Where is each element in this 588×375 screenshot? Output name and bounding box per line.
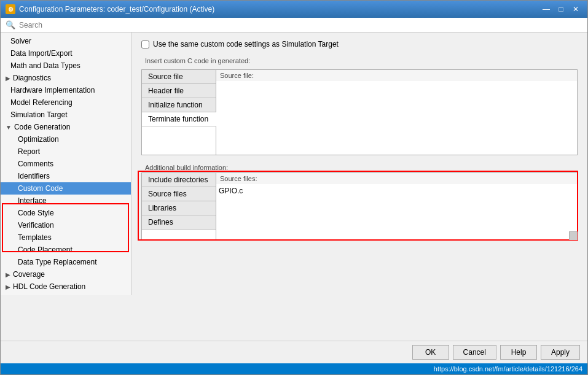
- tab-terminate-function[interactable]: Terminate function: [142, 112, 216, 126]
- checkbox-row: Use the same custom code settings as Sim…: [141, 40, 578, 48]
- sidebar-item-verification[interactable]: Verification: [1, 219, 131, 231]
- build-editor: Source files: GPIO.c: [216, 173, 577, 239]
- build-group-label: Additional build information:: [141, 161, 578, 172]
- title-bar: ⚙ Configuration Parameters: coder_test/C…: [1, 1, 587, 18]
- tab-source-file[interactable]: Source file: [142, 70, 216, 84]
- diagnostics-arrow: ▶: [6, 75, 10, 82]
- sidebar-item-hdl-code-generation[interactable]: ▶ HDL Code Generation: [1, 280, 131, 293]
- sidebar-item-report[interactable]: Report: [1, 145, 131, 158]
- search-bar: 🔍: [1, 18, 587, 33]
- sidebar-item-code-placement[interactable]: Code Placement: [1, 244, 131, 256]
- sidebar-item-simulation-target[interactable]: Simulation Target: [1, 109, 131, 121]
- sidebar-item-optimization[interactable]: Optimization: [1, 133, 131, 145]
- tab-defines[interactable]: Defines: [142, 215, 216, 230]
- sidebar-item-data-type-replacement[interactable]: Data Type Replacement: [1, 256, 131, 268]
- sidebar-item-math-data-types[interactable]: Math and Data Types: [1, 60, 131, 72]
- sidebar-item-code-style[interactable]: Code Style: [1, 207, 131, 219]
- main-content: Solver Data Import/Export Math and Data …: [1, 33, 587, 341]
- sidebar-item-code-generation[interactable]: ▼ Code Generation: [1, 121, 131, 133]
- same-settings-label: Use the same custom code settings as Sim…: [153, 40, 339, 48]
- tab-initialize-function[interactable]: Initialize function: [142, 98, 216, 112]
- tab-include-directories[interactable]: Include directories: [142, 173, 216, 187]
- title-bar-left: ⚙ Configuration Parameters: coder_test/C…: [6, 4, 214, 14]
- minimize-button[interactable]: —: [539, 4, 553, 15]
- code-editor-textarea[interactable]: [216, 81, 577, 155]
- help-button[interactable]: Help: [500, 345, 537, 360]
- main-window: ⚙ Configuration Parameters: coder_test/C…: [0, 0, 588, 375]
- tab-source-files[interactable]: Source files: [142, 187, 216, 201]
- tab-libraries[interactable]: Libraries: [142, 201, 216, 215]
- sidebar-item-interface[interactable]: Interface: [1, 195, 131, 207]
- tab-header-file[interactable]: Header file: [142, 84, 216, 98]
- build-editor-label: Source files:: [216, 173, 577, 184]
- title-controls: — □ ✕: [539, 4, 582, 15]
- search-icon: 🔍: [6, 20, 15, 29]
- sidebar-wrapper: Solver Data Import/Export Math and Data …: [1, 33, 131, 341]
- sidebar-item-comments[interactable]: Comments: [1, 158, 131, 170]
- source-files-value: GPIO.c: [219, 187, 574, 195]
- sidebar-item-model-referencing[interactable]: Model Referencing: [1, 96, 131, 109]
- sidebar-item-templates[interactable]: Templates: [1, 231, 131, 244]
- insert-group-label: Insert custom C code in generated:: [141, 55, 578, 66]
- build-tabs: Include directories Source files Librari…: [142, 173, 216, 239]
- close-button[interactable]: ✕: [569, 4, 582, 15]
- build-content: GPIO.c: [216, 184, 577, 239]
- coverage-arrow: ▶: [6, 271, 10, 278]
- content-area: Use the same custom code settings as Sim…: [131, 33, 587, 341]
- search-input[interactable]: [19, 21, 582, 29]
- sidebar-item-custom-code[interactable]: Custom Code: [1, 182, 131, 195]
- same-settings-checkbox[interactable]: [141, 41, 149, 48]
- scrollbar-corner: [569, 231, 578, 240]
- window-title: Configuration Parameters: coder_test/Con…: [19, 5, 214, 14]
- code-tabs: Source file Header file Initialize funct…: [142, 70, 216, 155]
- sidebar-item-coverage[interactable]: ▶ Coverage: [1, 268, 131, 280]
- app-icon: ⚙: [6, 4, 15, 14]
- sidebar-item-solver[interactable]: Solver: [1, 35, 131, 47]
- ok-button[interactable]: OK: [412, 345, 449, 360]
- footer: OK Cancel Help Apply: [1, 341, 587, 363]
- sidebar-item-diagnostics[interactable]: ▶ Diagnostics: [1, 72, 131, 84]
- sidebar: Solver Data Import/Export Math and Data …: [1, 33, 131, 295]
- editor-label: Source file:: [216, 70, 577, 81]
- apply-button[interactable]: Apply: [541, 345, 580, 360]
- sidebar-item-hardware-implementation[interactable]: Hardware Implementation: [1, 84, 131, 96]
- cancel-button[interactable]: Cancel: [453, 345, 496, 360]
- code-editor: Source file:: [216, 70, 577, 155]
- code-generation-arrow: ▼: [6, 124, 12, 131]
- status-text: https://blog.csdn.net/fm/article/details…: [434, 365, 582, 373]
- status-bar: https://blog.csdn.net/fm/article/details…: [1, 363, 587, 374]
- sidebar-item-identifiers[interactable]: Identifiers: [1, 170, 131, 182]
- build-group: Additional build information: Include di…: [141, 161, 578, 240]
- hdl-arrow: ▶: [6, 284, 10, 290]
- insert-group: Insert custom C code in generated: Sourc…: [141, 55, 578, 155]
- sidebar-item-data-import-export[interactable]: Data Import/Export: [1, 47, 131, 60]
- maximize-button[interactable]: □: [554, 4, 568, 15]
